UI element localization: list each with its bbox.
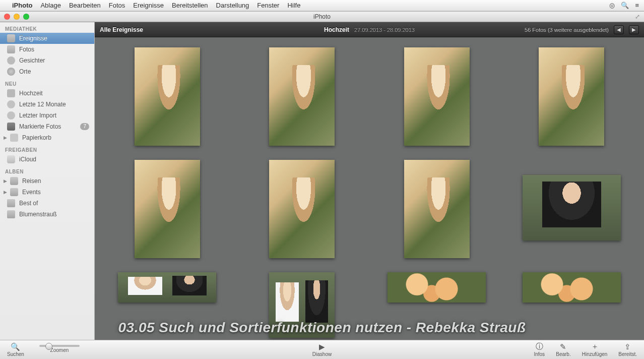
photo-thumbnail[interactable]	[404, 160, 470, 258]
menu-hilfe[interactable]: Hilfe	[287, 2, 300, 9]
nav-next-button[interactable]: ▶	[629, 25, 639, 34]
sidebar-item-label: Fotos	[19, 46, 34, 53]
breadcrumb[interactable]: Alle Ereignisse	[100, 26, 143, 33]
icloud-icon	[7, 155, 15, 163]
sidebar-item-ereignisse[interactable]: Ereignisse	[0, 33, 94, 44]
window-minimize-button[interactable]	[14, 14, 20, 20]
event-title: Hochzeit	[324, 26, 349, 33]
menu-ereignisse[interactable]: Ereignisse	[133, 2, 164, 9]
sidebar-item-letzterimport[interactable]: Letzter Import	[0, 110, 94, 121]
menu-bereitstellen[interactable]: Bereitstellen	[172, 2, 208, 9]
flagged-icon	[7, 123, 15, 131]
photo-grid	[95, 37, 644, 340]
cc-status-icon[interactable]: ◎	[609, 2, 615, 9]
share-icon: ⇪	[622, 343, 633, 351]
edit-button[interactable]: ✎ Bearb.	[556, 343, 570, 357]
sidebar-header-neu: NEU	[0, 77, 94, 88]
share-button[interactable]: ⇪ Bereitst.	[618, 343, 637, 357]
sidebar-item-label: Hochzeit	[19, 90, 43, 97]
toolbar-label: Bearb.	[556, 351, 570, 357]
window-close-button[interactable]	[4, 14, 10, 20]
disclosure-icon[interactable]: ▶	[3, 190, 7, 195]
menu-app[interactable]: iPhoto	[12, 2, 32, 9]
zoom-control[interactable]: Zoomen	[39, 343, 80, 353]
edit-icon: ✎	[558, 343, 569, 351]
sidebar-item-label: Ereignisse	[19, 35, 47, 42]
events-icon	[7, 34, 15, 42]
zoom-slider[interactable]	[39, 345, 80, 347]
recent-icon	[7, 100, 15, 108]
photo-thumbnail[interactable]	[404, 47, 470, 146]
toolbar-label: Suchen	[7, 351, 24, 357]
photo-thumbnail[interactable]	[135, 47, 200, 146]
menu-darstellung[interactable]: Darstellung	[216, 2, 249, 9]
add-button[interactable]: ＋ Hinzufügen	[582, 343, 608, 357]
info-icon: ⓘ	[534, 343, 545, 351]
sidebar-item-fotos[interactable]: Fotos	[0, 44, 94, 55]
photo-thumbnail[interactable]	[523, 175, 621, 241]
sidebar-item-label: Orte	[19, 68, 31, 75]
photo-thumbnail[interactable]	[269, 160, 335, 258]
nav-prev-button[interactable]: ◀	[614, 25, 624, 34]
play-icon: ▶	[316, 343, 328, 351]
sidebar-item-hochzeit[interactable]: Hochzeit	[0, 88, 94, 99]
sidebar-item-label: iCloud	[19, 156, 36, 163]
photo-thumbnail[interactable]	[269, 272, 335, 338]
sidebar-item-papierkorb[interactable]: ▶Papierkorb	[0, 132, 94, 143]
sidebar-item-events[interactable]: ▶Events	[0, 187, 94, 198]
photo-thumbnail[interactable]	[523, 272, 621, 303]
toolbar-label: Diashow	[312, 351, 332, 357]
notifications-icon[interactable]: ≡	[635, 2, 639, 9]
folder-icon	[10, 177, 18, 185]
folder-icon	[10, 188, 18, 196]
sidebar-item-letzte12[interactable]: Letzte 12 Monate	[0, 99, 94, 110]
window-zoom-button[interactable]	[23, 14, 29, 20]
search-button[interactable]: 🔍 Suchen	[7, 343, 24, 357]
sidebar-header-freigaben: FREIGABEN	[0, 143, 94, 154]
sidebar-item-label: Letzter Import	[19, 112, 56, 119]
sidebar-header-mediathek: MEDIATHEK	[0, 22, 94, 33]
content-header: Alle Ereignisse Hochzeit 27.09.2013 - 28…	[95, 22, 644, 37]
spotlight-icon[interactable]: 🔍	[621, 2, 629, 9]
toolbar-label: Zoomen	[50, 347, 69, 353]
photo-thumbnail[interactable]	[388, 272, 486, 303]
sidebar-item-label: Reisen	[22, 177, 41, 185]
menu-bearbeiten[interactable]: Bearbeiten	[69, 2, 101, 9]
menu-fotos[interactable]: Fotos	[109, 2, 125, 9]
photos-icon	[7, 45, 15, 53]
slideshow-button[interactable]: ▶ Diashow	[312, 343, 332, 357]
photo-count: 56 Fotos (3 weitere ausgeblendet)	[525, 27, 609, 33]
menu-fenster[interactable]: Fenster	[257, 2, 279, 9]
places-icon	[7, 68, 15, 76]
info-button[interactable]: ⓘ Infos	[534, 343, 545, 357]
toolbar-label: Hinzufügen	[582, 351, 608, 357]
photo-thumbnail[interactable]	[118, 272, 216, 303]
fullscreen-icon[interactable]: ⤢	[635, 13, 640, 20]
macos-menubar: iPhoto Ablage Bearbeiten Fotos Ereigniss…	[0, 0, 644, 11]
disclosure-icon[interactable]: ▶	[3, 178, 7, 184]
sidebar-item-gesichter[interactable]: Gesichter	[0, 55, 94, 66]
sidebar-item-label: Gesichter	[19, 57, 45, 64]
disclosure-icon[interactable]: ▶	[3, 135, 7, 140]
photo-thumbnail[interactable]	[539, 47, 604, 146]
sidebar-item-label: Best of	[19, 200, 38, 207]
sidebar-item-label: Events	[22, 189, 41, 196]
content-area: Alle Ereignisse Hochzeit 27.09.2013 - 28…	[95, 22, 644, 340]
photo-thumbnail[interactable]	[135, 160, 200, 258]
event-date: 27.09.2013 - 28.09.2013	[354, 27, 415, 33]
sidebar-item-markierte[interactable]: Markierte Fotos7	[0, 121, 94, 132]
sidebar-item-reisen[interactable]: ▶Reisen	[0, 175, 94, 187]
sidebar-item-bestof[interactable]: Best of	[0, 198, 94, 209]
trash-icon	[10, 134, 18, 142]
sidebar-item-orte[interactable]: Orte	[0, 66, 94, 77]
add-icon: ＋	[589, 343, 600, 351]
toolbar-label: Bereitst.	[618, 351, 637, 357]
menu-ablage[interactable]: Ablage	[40, 2, 60, 9]
sidebar: MEDIATHEK Ereignisse Fotos Gesichter Ort…	[0, 22, 95, 340]
event-icon	[7, 89, 15, 97]
sidebar-item-icloud[interactable]: iCloud	[0, 154, 94, 165]
photo-thumbnail[interactable]	[269, 47, 335, 146]
flagged-badge: 7	[80, 123, 89, 130]
sidebar-item-blumen[interactable]: Blumenstrauß	[0, 209, 94, 220]
toolbar-label: Infos	[534, 351, 545, 357]
